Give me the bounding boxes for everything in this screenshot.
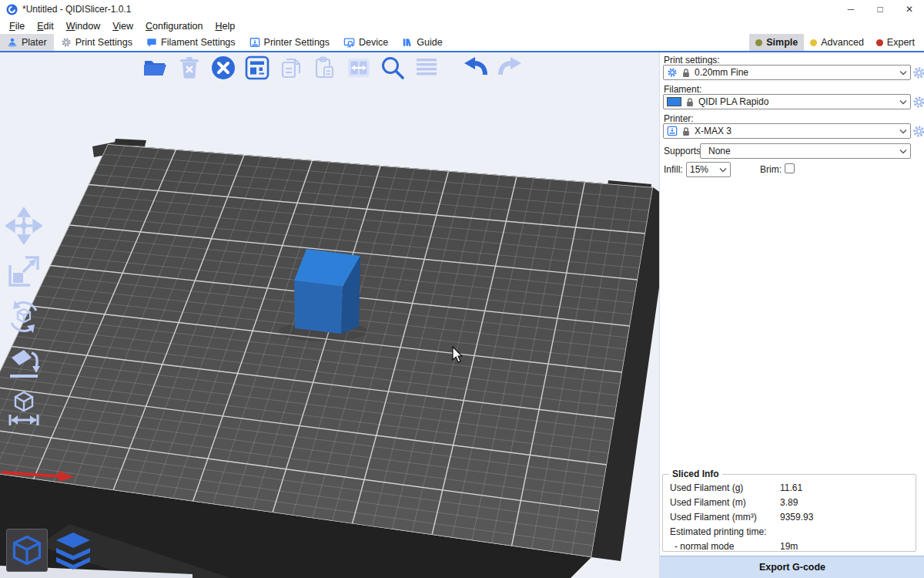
infill-combo[interactable]: 15%: [686, 162, 731, 177]
printer-label: Printer:: [664, 113, 694, 124]
preview-layers-icon: [55, 531, 92, 570]
sliced-info-row: Used Filament (mm³) 9359.93: [663, 510, 916, 525]
gizmo-toolbar: [5, 207, 43, 427]
edit-print-settings-gear-icon[interactable]: [912, 66, 924, 79]
redo-button[interactable]: [496, 54, 524, 82]
expert-dot-icon: [876, 39, 883, 46]
scene-canvas[interactable]: [0, 52, 659, 578]
menu-file[interactable]: File: [3, 19, 31, 33]
tab-guide[interactable]: Guide: [395, 34, 449, 51]
tab-printer-settings-label: Printer Settings: [264, 37, 330, 48]
copy-button[interactable]: [277, 54, 305, 82]
filament-label: Filament:: [664, 84, 701, 95]
measure-button[interactable]: [5, 388, 43, 427]
window-title: *Untitled - QIDISlicer-1.0.1: [22, 4, 131, 15]
filament-value: QIDI PLA Rapido: [698, 96, 768, 107]
lock-icon: [681, 126, 691, 136]
chevron-down-icon: [899, 129, 907, 134]
filament-icon: [146, 37, 157, 48]
books-icon: [402, 37, 413, 48]
arrange-icon: [244, 55, 270, 81]
tab-printer-settings[interactable]: Printer Settings: [243, 34, 336, 51]
scale-icon: [5, 253, 42, 290]
mode-selector: Simple Advanced Expert: [749, 34, 924, 51]
gear-icon: [61, 37, 72, 48]
supports-combo[interactable]: None: [700, 143, 911, 159]
printer-value: X-MAX 3: [695, 126, 732, 136]
model-cube[interactable]: [294, 249, 360, 334]
tab-filament-settings[interactable]: Filament Settings: [139, 34, 243, 51]
mode-expert-label: Expert: [887, 37, 915, 48]
menu-help[interactable]: Help: [209, 19, 241, 33]
mode-simple[interactable]: Simple: [749, 34, 804, 51]
edit-printer-gear-icon[interactable]: [912, 125, 924, 138]
place-on-face-icon: [5, 344, 42, 381]
print-settings-value: 0.20mm Fine: [695, 67, 748, 78]
delete-all-icon: [210, 55, 236, 81]
menu-edit[interactable]: Edit: [31, 19, 60, 33]
tab-plater-label: Plater: [22, 37, 47, 48]
maximize-button[interactable]: □: [865, 0, 895, 18]
undo-icon: [462, 55, 490, 80]
delete-button[interactable]: [176, 54, 203, 82]
print-settings-combo[interactable]: 0.20mm Fine: [663, 65, 911, 80]
mode-simple-label: Simple: [766, 37, 798, 48]
close-button[interactable]: ✕: [895, 0, 924, 18]
chevron-down-icon: [719, 167, 727, 173]
infill-label: Infill:: [664, 164, 683, 175]
search-button[interactable]: [379, 54, 407, 82]
device-monitor-icon: [343, 37, 355, 48]
sliced-info-row: Estimated printing time:: [663, 525, 916, 539]
tab-device[interactable]: Device: [336, 34, 395, 51]
place-on-face-button[interactable]: [5, 343, 43, 381]
mode-expert[interactable]: Expert: [870, 34, 921, 51]
split-objects-icon: [346, 55, 372, 80]
tab-guide-label: Guide: [417, 37, 442, 48]
export-gcode-button[interactable]: Export G-code: [660, 556, 924, 578]
menu-window[interactable]: Window: [60, 19, 106, 33]
chevron-down-icon: [899, 99, 907, 105]
menu-configuration[interactable]: Configuration: [139, 19, 209, 33]
tab-plater[interactable]: Plater: [0, 34, 54, 51]
move-button[interactable]: [5, 207, 43, 245]
measure-icon: [5, 389, 42, 426]
paste-button[interactable]: [311, 54, 339, 82]
variable-layer-height-button[interactable]: [413, 54, 440, 82]
simple-dot-icon: [755, 39, 762, 46]
minimize-button[interactable]: ─: [836, 0, 865, 18]
split-objects-button[interactable]: [345, 54, 373, 82]
arrange-button[interactable]: [243, 54, 271, 82]
filament-combo[interactable]: QIDI PLA Rapido: [663, 94, 911, 109]
open-project-button[interactable]: [142, 54, 169, 82]
sliced-info-row: Used Filament (g) 11.61: [663, 481, 916, 496]
infill-value: 15%: [690, 164, 708, 175]
delete-all-button[interactable]: [209, 54, 237, 82]
brim-label: Brim:: [760, 164, 782, 175]
printer-combo[interactable]: X-MAX 3: [663, 123, 911, 139]
viewport-3d[interactable]: [0, 52, 659, 578]
gear-icon: [667, 67, 678, 78]
export-gcode-label: Export G-code: [759, 562, 825, 573]
scale-button[interactable]: [5, 252, 43, 291]
app-logo-icon: [6, 4, 18, 15]
brim-checkbox[interactable]: [785, 163, 795, 173]
rotate-button[interactable]: [5, 297, 43, 336]
chevron-down-icon: [899, 70, 907, 76]
preview-layers-button[interactable]: [52, 529, 94, 572]
view-toggle-group: [6, 529, 94, 572]
menu-view[interactable]: View: [106, 19, 139, 33]
editor-3d-view-button[interactable]: [6, 529, 48, 572]
move-icon: [5, 207, 42, 244]
mode-advanced[interactable]: Advanced: [804, 34, 870, 51]
supports-label: Supports:: [664, 146, 703, 156]
edit-filament-gear-icon[interactable]: [912, 96, 924, 109]
sliced-info-title: Sliced Info: [669, 469, 722, 479]
tab-print-settings-label: Print Settings: [75, 37, 132, 48]
undo-button[interactable]: [462, 54, 490, 82]
tabbar: Plater Print Settings Filament Settings …: [0, 34, 924, 52]
variable-layer-height-icon: [414, 55, 439, 80]
supports-value: None: [708, 146, 731, 156]
plater-toolbar: [142, 54, 524, 82]
tab-print-settings[interactable]: Print Settings: [54, 34, 139, 51]
sliced-info-row: - normal mode 19m: [663, 539, 916, 554]
